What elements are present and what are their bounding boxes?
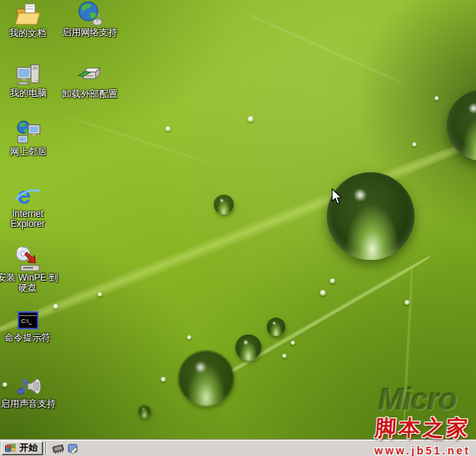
card-reader-icon bbox=[77, 62, 103, 88]
water-speck bbox=[53, 304, 58, 309]
leaf-vein bbox=[65, 115, 211, 165]
water-speck bbox=[98, 292, 102, 297]
windows-logo-icon bbox=[5, 442, 17, 454]
command-prompt-icon-text: C:\_ bbox=[22, 318, 33, 325]
water-droplet bbox=[327, 172, 414, 260]
my-computer-icon bbox=[15, 62, 42, 88]
leaf-vein bbox=[238, 8, 408, 86]
icon-label: 启用网络支持 bbox=[62, 28, 118, 38]
water-droplet bbox=[178, 351, 234, 406]
start-button[interactable]: 开始 bbox=[2, 441, 43, 455]
internet-explorer-icon: e bbox=[15, 182, 41, 208]
desktop-screen: Micro 脚本之家 www.jb51.net 我的文档 启用网络支持 bbox=[0, 0, 476, 456]
water-droplet bbox=[214, 195, 234, 215]
site-watermark: 脚本之家 www.jb51.net bbox=[369, 414, 476, 456]
water-speck bbox=[412, 142, 417, 147]
desktop-icon-unload-external-config[interactable]: 卸载外部配置 bbox=[62, 62, 118, 99]
site-watermark-name: 脚本之家 bbox=[368, 414, 476, 443]
icon-label: Internet Explorer bbox=[0, 209, 55, 229]
desktop-icon-internet-explorer[interactable]: e Internet Explorer bbox=[0, 182, 55, 229]
water-speck bbox=[320, 290, 326, 296]
water-speck bbox=[248, 116, 254, 122]
water-speck bbox=[161, 377, 166, 382]
water-speck bbox=[330, 278, 335, 284]
icon-label: 命令提示符 bbox=[5, 333, 51, 343]
command-prompt-icon: C:\_ bbox=[15, 309, 41, 332]
water-speck bbox=[434, 96, 439, 101]
quicklaunch-ramdisk-button[interactable] bbox=[50, 441, 65, 455]
icon-label: 卸载外部配置 bbox=[62, 89, 118, 99]
water-speck bbox=[282, 354, 287, 358]
taskbar-divider bbox=[45, 441, 47, 454]
water-speck bbox=[165, 126, 171, 131]
install-winpe-icon bbox=[15, 246, 41, 272]
water-speck bbox=[404, 300, 410, 305]
icon-label: 网上邻居 bbox=[10, 147, 47, 157]
sound-speaker-icon bbox=[15, 372, 42, 398]
desktop-icon-install-winpe[interactable]: 安装 WinPE 到硬盘 bbox=[0, 246, 59, 293]
site-watermark-url: www.jb51.net bbox=[369, 444, 476, 456]
network-globe-icon bbox=[77, 1, 103, 27]
start-button-label: 开始 bbox=[19, 441, 38, 454]
quicklaunch-show-desktop-button[interactable] bbox=[65, 441, 81, 455]
network-places-icon bbox=[15, 120, 42, 146]
water-droplet bbox=[138, 405, 151, 418]
icon-label: 我的文档 bbox=[9, 28, 46, 38]
desktop-icon-network-places[interactable]: 网上邻居 bbox=[1, 120, 56, 157]
water-droplet bbox=[235, 335, 261, 361]
desktop-icon-enable-network-support[interactable]: 启用网络支持 bbox=[62, 1, 118, 38]
memory-chip-icon bbox=[52, 442, 65, 454]
my-documents-icon bbox=[15, 2, 41, 28]
desktop-icon-enable-sound-support[interactable]: 启用声音支持 bbox=[1, 372, 56, 409]
water-speck bbox=[291, 341, 295, 345]
desktop-icon-command-prompt[interactable]: C:\_ 命令提示符 bbox=[0, 309, 55, 343]
desktop-icon-my-computer[interactable]: 我的电脑 bbox=[1, 62, 56, 98]
icon-label: 启用声音支持 bbox=[1, 399, 56, 409]
water-droplet bbox=[267, 318, 285, 336]
wallpaper-brand-watermark: Micro bbox=[378, 382, 457, 417]
water-speck bbox=[187, 335, 191, 340]
desktop-icon-my-documents[interactable]: 我的文档 bbox=[0, 2, 55, 38]
icon-label: 我的电脑 bbox=[10, 88, 47, 98]
icon-label: 安装 WinPE 到硬盘 bbox=[0, 273, 59, 293]
show-desktop-icon bbox=[67, 442, 79, 454]
